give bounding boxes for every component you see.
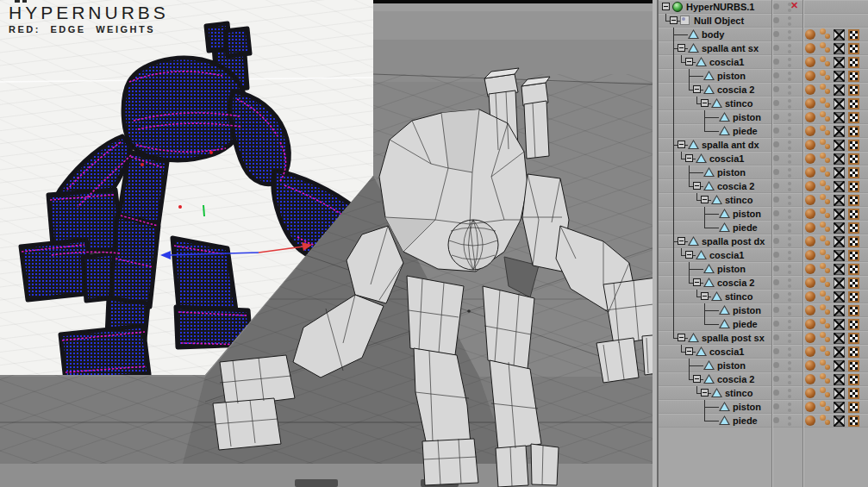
polygon-object-icon[interactable]	[688, 140, 699, 149]
smoothing-spheres-tag[interactable]	[820, 42, 831, 53]
checker-texture-tag[interactable]	[848, 373, 859, 384]
checker-texture-tag[interactable]	[848, 415, 859, 426]
generator-disabled-icon[interactable]: ✕	[790, 1, 798, 10]
smoothing-spheres-tag[interactable]	[820, 359, 831, 371]
render-visibility-dot[interactable]	[788, 64, 791, 67]
projection-x-tag[interactable]	[834, 153, 845, 164]
expand-collapse-box[interactable]	[701, 99, 709, 107]
render-visibility-dot[interactable]	[788, 50, 791, 53]
polygon-object-icon[interactable]	[696, 57, 707, 66]
smoothing-spheres-tag[interactable]	[820, 125, 831, 136]
render-visibility-dot[interactable]	[788, 91, 791, 95]
layer-dot[interactable]	[773, 114, 779, 120]
render-visibility-dot[interactable]	[788, 229, 791, 233]
object-label[interactable]: piede	[733, 126, 758, 136]
layer-dot[interactable]	[773, 348, 779, 354]
phong-tag[interactable]	[805, 278, 815, 288]
render-visibility-dot[interactable]	[788, 160, 791, 164]
editor-visibility-dot[interactable]	[788, 403, 791, 406]
polygon-object-icon[interactable]	[711, 388, 722, 397]
object-label[interactable]: spalla ant sx	[702, 43, 759, 53]
expand-collapse-box[interactable]	[685, 347, 693, 355]
tree-row-hypernurbs.1[interactable]: HyperNURBS.1✕	[659, 0, 868, 14]
smoothing-spheres-tag[interactable]	[820, 415, 831, 426]
object-label[interactable]: piston	[717, 264, 746, 274]
render-visibility-dot[interactable]	[788, 353, 791, 357]
polygon-object-icon[interactable]	[703, 84, 715, 94]
tree-row-coscia-2[interactable]: coscia 2	[659, 83, 868, 97]
expand-collapse-box[interactable]	[693, 278, 701, 286]
object-label[interactable]: piede	[733, 319, 758, 329]
render-visibility-dot[interactable]	[788, 271, 791, 274]
phong-tag[interactable]	[805, 415, 815, 426]
projection-x-tag[interactable]	[834, 194, 845, 205]
object-label[interactable]: piston	[717, 360, 746, 371]
editor-visibility-dot[interactable]	[788, 209, 791, 213]
polygon-object-icon[interactable]	[688, 333, 699, 342]
render-visibility-dot[interactable]	[788, 381, 791, 384]
tree-row-piede[interactable]: piede	[659, 317, 868, 331]
layer-dot[interactable]	[773, 252, 779, 258]
projection-x-tag[interactable]	[834, 111, 845, 122]
object-label[interactable]: coscia 2	[717, 374, 754, 384]
editor-visibility-dot[interactable]	[788, 347, 791, 351]
object-label[interactable]: piston	[733, 305, 761, 315]
phong-tag[interactable]	[805, 360, 815, 371]
object-label[interactable]: piston	[733, 209, 761, 219]
hypernurbs-icon[interactable]	[672, 2, 683, 12]
smoothing-spheres-tag[interactable]	[820, 28, 831, 40]
editor-visibility-dot[interactable]	[788, 334, 791, 337]
projection-x-tag[interactable]	[834, 318, 845, 329]
layer-dot[interactable]	[773, 100, 779, 106]
checker-texture-tag[interactable]	[848, 56, 859, 67]
object-label[interactable]: coscia1	[709, 250, 744, 260]
editor-visibility-dot[interactable]	[788, 278, 791, 282]
phong-tag[interactable]	[805, 126, 815, 136]
checker-texture-tag[interactable]	[848, 28, 859, 40]
projection-x-tag[interactable]	[834, 125, 845, 136]
expand-collapse-box[interactable]	[678, 237, 685, 245]
projection-x-tag[interactable]	[834, 56, 845, 67]
expand-collapse-box[interactable]	[693, 375, 701, 383]
phong-tag[interactable]	[805, 195, 815, 205]
smoothing-spheres-tag[interactable]	[820, 56, 831, 67]
null-object-icon[interactable]	[680, 16, 690, 25]
layer-dot[interactable]	[773, 321, 779, 327]
render-visibility-dot[interactable]	[788, 36, 791, 40]
phong-tag[interactable]	[805, 43, 815, 53]
polygon-object-icon[interactable]	[719, 305, 730, 315]
render-visibility-dot[interactable]	[788, 119, 791, 122]
tree-row-spalla-ant-sx[interactable]: spalla ant sx	[659, 41, 868, 55]
polygon-object-icon[interactable]	[696, 250, 707, 259]
editor-visibility-dot[interactable]	[788, 44, 791, 47]
polygon-object-icon[interactable]	[719, 402, 730, 411]
tree-row-piede[interactable]: piede	[659, 124, 868, 138]
tree-row-piston[interactable]: piston	[659, 110, 868, 124]
smoothing-spheres-tag[interactable]	[820, 318, 831, 329]
projection-x-tag[interactable]	[834, 28, 845, 40]
projection-x-tag[interactable]	[834, 346, 845, 357]
checker-texture-tag[interactable]	[848, 180, 859, 191]
projection-x-tag[interactable]	[834, 415, 845, 426]
editor-visibility-dot[interactable]	[788, 320, 791, 323]
render-visibility-dot[interactable]	[788, 298, 791, 302]
object-label[interactable]: piston	[717, 167, 746, 178]
expand-collapse-box[interactable]	[662, 3, 670, 10]
editor-visibility-dot[interactable]	[788, 182, 791, 185]
projection-x-tag[interactable]	[834, 304, 845, 315]
smoothing-spheres-tag[interactable]	[820, 263, 831, 274]
polygon-object-icon[interactable]	[703, 278, 715, 287]
editor-visibility-dot[interactable]	[788, 154, 791, 158]
expand-collapse-box[interactable]	[685, 58, 693, 66]
phong-tag[interactable]	[805, 153, 815, 164]
smoothing-spheres-tag[interactable]	[820, 84, 831, 95]
layer-dot[interactable]	[773, 59, 779, 65]
editor-visibility-dot[interactable]	[788, 265, 791, 268]
smoothing-spheres-tag[interactable]	[820, 208, 831, 219]
tree-row-piston[interactable]: piston	[659, 165, 868, 179]
polygon-object-icon[interactable]	[719, 112, 730, 122]
projection-x-tag[interactable]	[834, 42, 845, 53]
tree-row-piston[interactable]: piston	[659, 262, 868, 276]
editor-visibility-dot[interactable]	[788, 99, 791, 103]
object-label[interactable]: stinco	[725, 98, 752, 109]
